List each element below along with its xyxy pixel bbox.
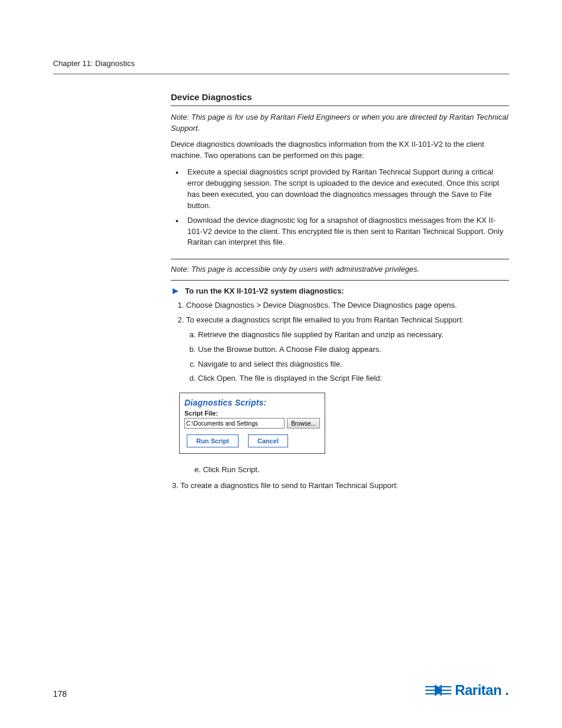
substep-a: Retrieve the diagnostics file supplied b… xyxy=(198,330,509,341)
section-title-device-diagnostics: Device Diagnostics xyxy=(171,92,509,106)
page-number: 178 xyxy=(53,689,67,699)
browse-button[interactable]: Browse... xyxy=(287,418,320,429)
cancel-button[interactable]: Cancel xyxy=(248,434,288,447)
svg-marker-0 xyxy=(173,288,178,294)
raritan-icon xyxy=(425,683,451,697)
step-2: To execute a diagnostics script file ema… xyxy=(186,315,509,384)
dialog-button-row: Run Script Cancel xyxy=(184,434,320,447)
dialog-title: Diagnostics Scripts: xyxy=(184,398,320,407)
step-3: 3. To create a diagnostics file to send … xyxy=(171,480,509,492)
substep-d: Click Open. The file is displayed in the… xyxy=(198,373,509,384)
brand-text: Raritan xyxy=(455,682,501,699)
diagnostics-scripts-dialog: Diagnostics Scripts: Script File: Browse… xyxy=(179,393,325,454)
substeps-list: Retrieve the diagnostics file supplied b… xyxy=(186,330,509,384)
operations-list: Execute a special diagnostics script pro… xyxy=(171,167,509,248)
substep-e: e. Click Run Script. xyxy=(171,465,509,476)
substep-c: Navigate to and select this diagnostics … xyxy=(198,359,509,370)
step-2-text: To execute a diagnostics script file ema… xyxy=(186,315,464,324)
chapter-header: Chapter 11: Diagnostics xyxy=(53,59,509,68)
brand-dot: . xyxy=(505,682,509,699)
note-admin-only: Note: This page is accessible only by us… xyxy=(171,259,509,281)
script-file-label: Script File: xyxy=(184,410,320,417)
script-file-row: Browse... xyxy=(184,418,320,429)
intro-paragraph: Device diagnostics downloads the diagnos… xyxy=(171,139,509,162)
brand-logo: Raritan. xyxy=(425,682,509,699)
list-item: Download the device diagnostic log for a… xyxy=(171,215,509,249)
step-1: Choose Diagnostics > Device Diagnostics.… xyxy=(186,300,509,311)
content-column: Device Diagnostics Note: This page is fo… xyxy=(171,92,509,492)
steps-lead-text: To run the KX II-101-V2 system diagnosti… xyxy=(185,286,344,295)
list-item: Execute a special diagnostics script pro… xyxy=(171,167,509,211)
run-script-button[interactable]: Run Script xyxy=(187,434,239,447)
page-footer: 178 Raritan. xyxy=(53,682,509,699)
document-page: Chapter 11: Diagnostics Device Diagnosti… xyxy=(0,0,562,728)
note-field-engineers: Note: This page is for use by Raritan Fi… xyxy=(171,112,509,134)
header-rule xyxy=(53,74,509,74)
steps-ordered-list: Choose Diagnostics > Device Diagnostics.… xyxy=(171,300,509,384)
substep-b: Use the Browse button. A Choose File dia… xyxy=(198,344,509,355)
triangle-icon xyxy=(172,288,179,297)
steps-lead: To run the KX II-101-V2 system diagnosti… xyxy=(171,286,509,295)
script-file-input[interactable] xyxy=(184,418,285,429)
